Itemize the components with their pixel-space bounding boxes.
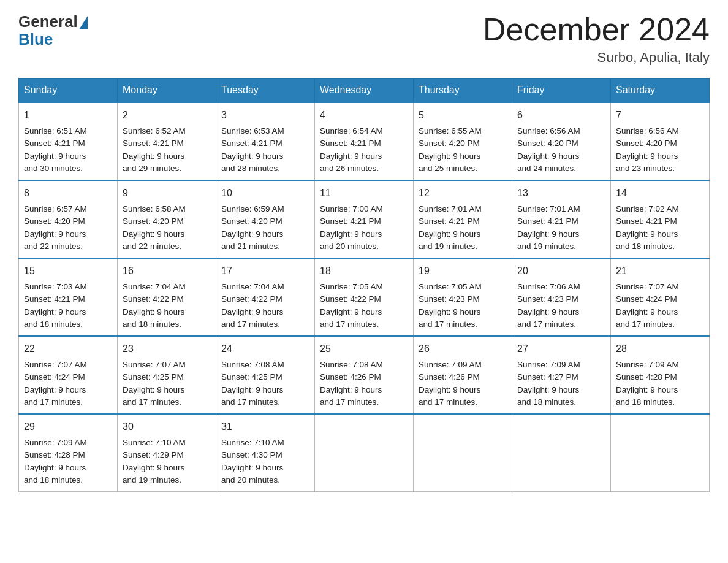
daylight-text: Daylight: 9 hours — [24, 229, 86, 239]
sunset-text: Sunset: 4:29 PM — [123, 450, 184, 459]
day-number: 26 — [419, 342, 507, 356]
daylight-text: Daylight: 9 hours — [517, 307, 579, 316]
logo: General Blue — [18, 12, 88, 49]
sunset-text: Sunset: 4:21 PM — [616, 216, 677, 226]
daylight-text: Daylight: 9 hours — [24, 151, 86, 161]
sunrise-text: Sunrise: 7:04 AM — [123, 282, 186, 291]
sunset-text: Sunset: 4:21 PM — [419, 216, 480, 226]
day-number: 24 — [221, 342, 309, 356]
day-number: 30 — [123, 419, 211, 434]
day-number: 5 — [419, 108, 507, 123]
day-number: 7 — [616, 108, 704, 123]
daylight-minutes: and 17 minutes. — [419, 320, 477, 329]
table-row: 1Sunrise: 6:51 AMSunset: 4:21 PMDaylight… — [19, 102, 118, 180]
daylight-minutes: and 28 minutes. — [221, 164, 280, 173]
day-number: 19 — [419, 264, 507, 278]
daylight-minutes: and 24 minutes. — [517, 164, 576, 173]
sunrise-text: Sunrise: 6:57 AM — [24, 204, 87, 213]
sunset-text: Sunset: 4:21 PM — [221, 139, 282, 148]
daylight-text: Daylight: 9 hours — [123, 229, 184, 239]
day-number: 23 — [123, 342, 211, 356]
calendar-week-row: 1Sunrise: 6:51 AMSunset: 4:21 PMDaylight… — [19, 102, 710, 180]
col-friday: Friday — [512, 79, 611, 103]
table-row: 17Sunrise: 7:04 AMSunset: 4:22 PMDayligh… — [216, 258, 315, 336]
calendar-week-row: 22Sunrise: 7:07 AMSunset: 4:24 PMDayligh… — [19, 336, 710, 414]
daylight-minutes: and 17 minutes. — [221, 397, 280, 407]
day-number: 1 — [24, 108, 112, 123]
sunrise-text: Sunrise: 6:56 AM — [517, 126, 580, 136]
table-row: 29Sunrise: 7:09 AMSunset: 4:28 PMDayligh… — [19, 414, 118, 492]
day-number: 8 — [24, 186, 112, 201]
calendar-week-row: 29Sunrise: 7:09 AMSunset: 4:28 PMDayligh… — [19, 414, 710, 492]
day-number: 25 — [320, 342, 408, 356]
location-text: Surbo, Apulia, Italy — [483, 50, 710, 66]
sunrise-text: Sunrise: 7:08 AM — [320, 360, 383, 369]
sunset-text: Sunset: 4:22 PM — [123, 294, 184, 304]
sunset-text: Sunset: 4:25 PM — [123, 372, 184, 381]
title-section: December 2024 Surbo, Apulia, Italy — [483, 12, 710, 66]
sunset-text: Sunset: 4:20 PM — [419, 139, 480, 148]
sunrise-text: Sunrise: 7:09 AM — [616, 360, 679, 369]
daylight-minutes: and 18 minutes. — [616, 397, 675, 407]
table-row: 12Sunrise: 7:01 AMSunset: 4:21 PMDayligh… — [414, 180, 512, 258]
sunrise-text: Sunrise: 6:59 AM — [221, 204, 284, 213]
daylight-text: Daylight: 9 hours — [221, 463, 283, 472]
table-row: 31Sunrise: 7:10 AMSunset: 4:30 PMDayligh… — [216, 414, 315, 492]
daylight-minutes: and 19 minutes. — [419, 242, 477, 251]
sunrise-text: Sunrise: 7:04 AM — [221, 282, 284, 291]
daylight-text: Daylight: 9 hours — [123, 385, 184, 394]
table-row: 9Sunrise: 6:58 AMSunset: 4:20 PMDaylight… — [118, 180, 216, 258]
sunrise-text: Sunrise: 7:02 AM — [616, 204, 679, 213]
sunrise-text: Sunrise: 7:09 AM — [419, 360, 482, 369]
daylight-text: Daylight: 9 hours — [419, 385, 480, 394]
table-row: 30Sunrise: 7:10 AMSunset: 4:29 PMDayligh… — [118, 414, 216, 492]
sunset-text: Sunset: 4:28 PM — [24, 450, 85, 459]
daylight-text: Daylight: 9 hours — [616, 229, 678, 239]
daylight-text: Daylight: 9 hours — [320, 229, 382, 239]
daylight-minutes: and 29 minutes. — [123, 164, 181, 173]
table-row — [611, 414, 710, 492]
daylight-minutes: and 22 minutes. — [123, 242, 181, 251]
daylight-text: Daylight: 9 hours — [221, 385, 283, 394]
sunset-text: Sunset: 4:20 PM — [24, 216, 85, 226]
page-header: General Blue December 2024 Surbo, Apulia… — [18, 12, 710, 66]
sunset-text: Sunset: 4:21 PM — [123, 139, 184, 148]
daylight-text: Daylight: 9 hours — [616, 151, 678, 161]
table-row — [315, 414, 414, 492]
day-number: 31 — [221, 419, 309, 434]
sunset-text: Sunset: 4:26 PM — [419, 372, 480, 381]
sunrise-text: Sunrise: 7:05 AM — [320, 282, 383, 291]
table-row: 2Sunrise: 6:52 AMSunset: 4:21 PMDaylight… — [118, 102, 216, 180]
table-row: 18Sunrise: 7:05 AMSunset: 4:22 PMDayligh… — [315, 258, 414, 336]
daylight-text: Daylight: 9 hours — [616, 307, 678, 316]
daylight-text: Daylight: 9 hours — [320, 307, 382, 316]
table-row: 16Sunrise: 7:04 AMSunset: 4:22 PMDayligh… — [118, 258, 216, 336]
daylight-minutes: and 18 minutes. — [616, 242, 675, 251]
sunrise-text: Sunrise: 7:03 AM — [24, 282, 87, 291]
table-row — [512, 414, 611, 492]
table-row: 5Sunrise: 6:55 AMSunset: 4:20 PMDaylight… — [414, 102, 512, 180]
day-number: 15 — [24, 264, 112, 278]
day-number: 14 — [616, 186, 704, 201]
sunrise-text: Sunrise: 7:05 AM — [419, 282, 482, 291]
daylight-text: Daylight: 9 hours — [221, 151, 283, 161]
col-monday: Monday — [118, 79, 216, 103]
sunrise-text: Sunrise: 7:06 AM — [517, 282, 580, 291]
logo-general-text: General — [18, 12, 78, 31]
day-number: 13 — [517, 186, 605, 201]
day-number: 22 — [24, 342, 112, 356]
daylight-minutes: and 18 minutes. — [517, 397, 576, 407]
sunset-text: Sunset: 4:26 PM — [320, 372, 381, 381]
sunrise-text: Sunrise: 6:51 AM — [24, 126, 87, 136]
sunrise-text: Sunrise: 7:09 AM — [24, 438, 87, 447]
logo-triangle-icon — [79, 16, 88, 29]
table-row: 19Sunrise: 7:05 AMSunset: 4:23 PMDayligh… — [414, 258, 512, 336]
day-number: 3 — [221, 108, 309, 123]
table-row — [414, 414, 512, 492]
daylight-text: Daylight: 9 hours — [24, 463, 86, 472]
sunset-text: Sunset: 4:21 PM — [320, 139, 381, 148]
table-row: 26Sunrise: 7:09 AMSunset: 4:26 PMDayligh… — [414, 336, 512, 414]
daylight-minutes: and 17 minutes. — [123, 397, 181, 407]
calendar-header-row: Sunday Monday Tuesday Wednesday Thursday… — [19, 79, 710, 103]
month-title: December 2024 — [483, 12, 710, 47]
